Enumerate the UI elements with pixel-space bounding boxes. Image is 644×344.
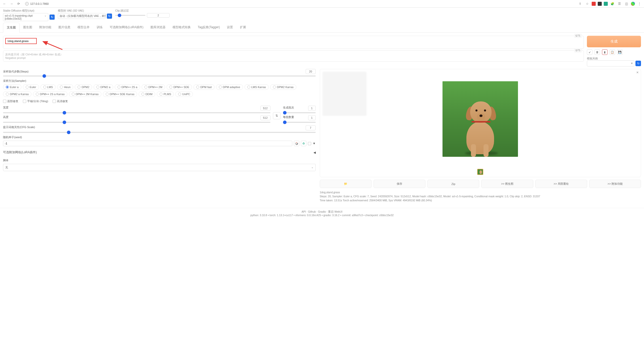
apply-style-button[interactable]: ↻: [635, 61, 641, 66]
lora-expand[interactable]: 可选附加网络(LoRA插件)◀: [3, 149, 316, 156]
negative-prompt-textarea[interactable]: 0/75 反向提示词（按 Ctrl+Enter 或 Alt+Enter 生成） …: [3, 50, 584, 62]
reload-icon[interactable]: ⟳: [16, 1, 21, 6]
tab-extensions[interactable]: 扩展: [236, 23, 250, 32]
panel-icon[interactable]: ◫: [624, 1, 629, 6]
vae-refresh-button[interactable]: ↻: [107, 13, 112, 19]
cfg-slider[interactable]: [3, 132, 316, 133]
clip-slider[interactable]: [115, 15, 145, 16]
extensions-icon[interactable]: 🧩: [610, 1, 615, 6]
site-info-icon[interactable]: i: [25, 2, 29, 6]
hires-checkbox[interactable]: 高清修复: [53, 99, 68, 103]
main-tabs: 文生图 图生图 附加功能 图片信息 模型合并 训练 可选附加网络(LoRA插件)…: [0, 23, 644, 33]
width-value[interactable]: 512: [260, 106, 270, 111]
steps-slider[interactable]: [3, 75, 316, 77]
model-select[interactable]: sd-v1-5-inpainting.ckpt [c6bbc15e32]: [3, 13, 48, 21]
sampler-lms[interactable]: LMS: [41, 84, 56, 90]
sampler-dpmpp2sakarras[interactable]: DPM++ 2S a Karras: [33, 91, 67, 97]
model-refresh-button[interactable]: ↻: [49, 14, 55, 20]
steps-value[interactable]: 20: [306, 69, 316, 74]
ext-icon-2[interactable]: [598, 2, 602, 6]
ext-icon-3[interactable]: [604, 2, 608, 6]
seed-input[interactable]: [3, 141, 292, 146]
open-folder-button[interactable]: 📁: [320, 180, 372, 188]
sampler-dpmfast[interactable]: DPM fast: [193, 84, 214, 90]
sampler-dpmpp2m[interactable]: DPM++ 2M: [142, 84, 165, 90]
batch-count-slider[interactable]: [283, 112, 316, 113]
tab-convert[interactable]: 模型格式转换: [169, 23, 194, 32]
url-bar[interactable]: i 127.0.0.1:7860: [23, 2, 576, 6]
sampler-dpmppsde[interactable]: DPM++ SDE: [167, 84, 192, 90]
sampler-dpm2[interactable]: DPM2: [75, 84, 92, 90]
sampler-dpmadaptive[interactable]: DPM adaptive: [216, 84, 243, 90]
sampler-dpmppsde-karras[interactable]: DPM++ SDE Karras: [103, 91, 137, 97]
tab-train[interactable]: 训练: [93, 23, 106, 32]
tab-tagger[interactable]: Tag反推(Tagger): [194, 23, 223, 32]
tiling-checkbox[interactable]: 平铺/分块 (Tiling): [23, 99, 48, 103]
sampler-euler-a[interactable]: Euler a: [3, 84, 21, 90]
generate-button[interactable]: 生成: [587, 36, 641, 47]
clipboard-icon[interactable]: 📋: [610, 49, 615, 55]
tab-browser[interactable]: 图库浏览器: [147, 23, 169, 32]
prompt-textarea[interactable]: 6/75: [3, 36, 584, 49]
dice-icon[interactable]: 🎲: [294, 141, 299, 146]
width-slider[interactable]: [3, 112, 270, 113]
script-label: 脚本: [3, 159, 316, 162]
seed-extra-checkbox[interactable]: [308, 142, 311, 145]
sampler-heun[interactable]: Heun: [57, 84, 73, 90]
share-icon[interactable]: ⇪: [578, 1, 583, 6]
tab-txt2img[interactable]: 文生图: [3, 23, 20, 33]
zip-button[interactable]: Zip: [427, 180, 479, 188]
height-slider[interactable]: [3, 122, 270, 123]
sampler-dpmpp2sa[interactable]: DPM++ 2S a: [115, 84, 140, 90]
output-thumbnail[interactable]: [477, 169, 483, 175]
swap-dimensions-button[interactable]: ⇅: [273, 112, 280, 119]
tab-extras[interactable]: 附加功能: [36, 23, 55, 32]
card-icon[interactable]: ▮: [602, 49, 608, 55]
batch-count-value[interactable]: 1: [308, 106, 316, 111]
tab-pnginfo[interactable]: 图片信息: [55, 23, 74, 32]
face-restore-checkbox[interactable]: 面部修复: [3, 99, 18, 103]
seed-expand-icon[interactable]: ▼: [313, 142, 316, 145]
clip-value[interactable]: 2: [147, 13, 170, 18]
send-img2img-button[interactable]: >> 图生图: [481, 180, 533, 188]
close-icon[interactable]: ✕: [636, 71, 639, 74]
script-select[interactable]: 无: [3, 164, 316, 171]
height-value[interactable]: 512: [260, 115, 270, 120]
sampler-unipc[interactable]: UniPC: [175, 91, 193, 97]
profile-avatar[interactable]: [631, 2, 635, 6]
send-extras-button[interactable]: >> 附加功能: [589, 180, 641, 188]
tab-settings[interactable]: 设置: [223, 23, 236, 32]
tab-lora[interactable]: 可选附加网络(LoRA插件): [106, 23, 147, 32]
tab-merge[interactable]: 模型合并: [74, 23, 93, 32]
vae-select[interactable]: 自动（仅加载与模型同名的 VAE，未找到时不加载）: [58, 13, 106, 19]
batch-size-value[interactable]: 1: [308, 115, 316, 120]
save-button[interactable]: 保存: [374, 180, 425, 188]
send-inpaint-button[interactable]: >> 局部重绘: [535, 180, 587, 188]
menu-icon[interactable]: ⋮: [637, 1, 642, 6]
arrow-icon[interactable]: ↙: [587, 49, 592, 55]
save-style-icon[interactable]: 💾: [617, 49, 623, 55]
batch-size-slider[interactable]: [283, 122, 316, 123]
recycle-icon[interactable]: ♻: [301, 141, 306, 146]
sampler-dpm2a[interactable]: DPM2 a: [94, 84, 113, 90]
sampler-ddim[interactable]: DDIM: [139, 91, 155, 97]
back-icon[interactable]: ←: [2, 1, 7, 6]
output-image[interactable]: [442, 81, 518, 157]
prompt-input[interactable]: [7, 40, 35, 43]
forward-icon[interactable]: →: [9, 1, 14, 6]
reading-list-icon[interactable]: ☰: [617, 1, 622, 6]
sampler-euler[interactable]: Euler: [23, 84, 39, 90]
tab-img2img[interactable]: 图生图: [20, 23, 36, 32]
sampler-dpm2akarras[interactable]: DPM2 a Karras: [3, 91, 31, 97]
sampler-lmskarras[interactable]: LMS Karras: [245, 84, 269, 90]
sampler-plms[interactable]: PLMS: [157, 91, 174, 97]
chevron-left-icon: ◀: [313, 151, 316, 154]
sampler-dpm2karras[interactable]: DPM2 Karras: [270, 84, 296, 90]
star-icon[interactable]: ☆: [585, 1, 590, 6]
trash-icon[interactable]: 🗑: [594, 49, 600, 55]
sampler-dpmpp2mkarras[interactable]: DPM++ 2M Karras: [69, 91, 101, 97]
ext-icon-1[interactable]: [592, 2, 596, 6]
cfg-value[interactable]: 7: [306, 125, 316, 130]
style-select[interactable]: [587, 60, 634, 66]
footer-links[interactable]: API · Github · Gradio · 重启 WebUI: [0, 210, 644, 214]
